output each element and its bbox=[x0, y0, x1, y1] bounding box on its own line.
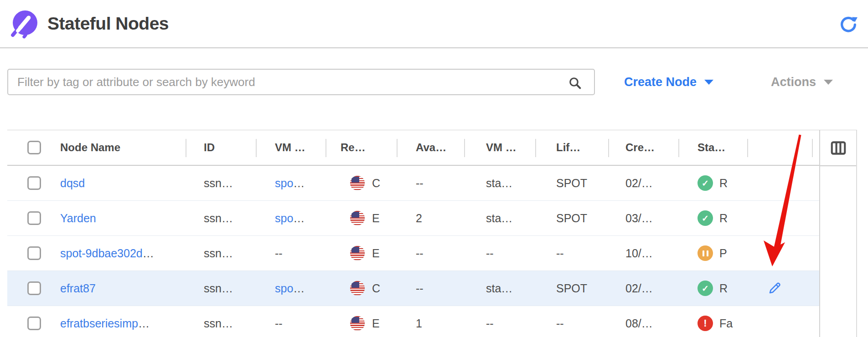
availability-zone: -- bbox=[398, 236, 465, 271]
create-node-button[interactable]: Create Node bbox=[624, 75, 713, 89]
status-icon bbox=[698, 210, 713, 226]
lifecycle: SPOT bbox=[536, 271, 609, 306]
node-name-link[interactable]: efratbseriesimp… bbox=[60, 317, 150, 330]
region-label: C bbox=[372, 282, 380, 295]
search-icon bbox=[568, 76, 582, 90]
node-name-link[interactable]: efrat87 bbox=[60, 282, 96, 295]
row-checkbox[interactable] bbox=[27, 211, 41, 225]
status-label: R bbox=[719, 212, 728, 225]
node-id: ssn… bbox=[186, 201, 257, 235]
edit-pencil-icon[interactable] bbox=[767, 281, 782, 296]
page-header: Stateful Nodes bbox=[0, 0, 868, 48]
vm-link[interactable]: spo… bbox=[275, 282, 305, 295]
column-header-row-actions bbox=[748, 130, 819, 165]
status-label: R bbox=[719, 177, 728, 190]
table-row[interactable]: Yarden ssn… spo… E 2 sta… SPOT 03/… R bbox=[7, 201, 857, 236]
vm-link[interactable]: spo… bbox=[275, 177, 305, 190]
node-name-link[interactable]: Yarden bbox=[60, 212, 96, 225]
vm-status: -- bbox=[465, 236, 536, 271]
node-id: ssn… bbox=[186, 306, 257, 337]
column-header-availability[interactable]: Ava… bbox=[398, 130, 465, 165]
row-checkbox[interactable] bbox=[27, 246, 41, 260]
vm-status: sta… bbox=[465, 201, 536, 235]
stateful-nodes-table: Node Name ID VM … Re… Ava… VM … Lif… Cre… bbox=[7, 130, 857, 337]
column-header-id[interactable]: ID bbox=[186, 130, 257, 165]
created-date: 03/… bbox=[609, 201, 679, 235]
lifecycle: -- bbox=[536, 306, 609, 337]
region-label: E bbox=[372, 212, 380, 225]
column-header-lifecycle[interactable]: Lif… bbox=[536, 130, 609, 165]
lifecycle: SPOT bbox=[536, 166, 609, 200]
vm-link: -- bbox=[275, 317, 283, 330]
us-flag-icon bbox=[350, 246, 365, 260]
table-row[interactable]: efrat87 ssn… spo… C -- sta… SPOT 02/… R bbox=[7, 271, 857, 306]
status-icon bbox=[698, 175, 713, 191]
status-label: R bbox=[719, 282, 728, 295]
table-row[interactable]: spot-9dbae302d… ssn… -- E -- -- -- 10/… … bbox=[7, 236, 857, 271]
columns-icon bbox=[830, 139, 847, 157]
create-node-label: Create Node bbox=[624, 75, 697, 89]
fixed-actions-column bbox=[819, 130, 857, 337]
column-header-node-name[interactable]: Node Name bbox=[50, 130, 186, 165]
column-header-vm[interactable]: VM … bbox=[257, 130, 326, 165]
actions-label: Actions bbox=[771, 75, 816, 89]
row-checkbox[interactable] bbox=[27, 317, 41, 330]
node-id: ssn… bbox=[186, 236, 257, 271]
us-flag-icon bbox=[350, 211, 365, 225]
created-date: 10/… bbox=[609, 236, 679, 271]
status-icon bbox=[698, 316, 713, 331]
region-label: E bbox=[372, 317, 380, 330]
availability-zone: -- bbox=[398, 166, 465, 200]
availability-zone: -- bbox=[398, 271, 465, 306]
lifecycle: SPOT bbox=[536, 201, 609, 235]
vm-status: sta… bbox=[465, 271, 536, 306]
select-all-checkbox[interactable] bbox=[27, 141, 41, 154]
chevron-down-icon bbox=[704, 80, 713, 85]
us-flag-icon bbox=[350, 281, 365, 296]
status-label: Fa bbox=[719, 317, 733, 330]
vm-link: -- bbox=[275, 247, 283, 260]
node-id: ssn… bbox=[186, 166, 257, 200]
table-row[interactable]: efratbseriesimp… ssn… -- E 1 -- -- 08/… … bbox=[7, 306, 857, 337]
node-id: ssn… bbox=[186, 271, 257, 306]
column-picker-button[interactable] bbox=[820, 130, 856, 166]
node-name-link[interactable]: spot-9dbae302d… bbox=[60, 247, 154, 260]
chevron-down-icon bbox=[824, 80, 833, 85]
vm-link[interactable]: spo… bbox=[275, 212, 305, 225]
lifecycle: -- bbox=[536, 236, 609, 271]
created-date: 02/… bbox=[609, 166, 679, 200]
filter-search-box bbox=[7, 69, 595, 95]
vm-status: sta… bbox=[465, 166, 536, 200]
status-icon bbox=[698, 281, 713, 296]
table-row[interactable]: dqsd ssn… spo… C -- sta… SPOT 02/… R bbox=[7, 166, 857, 201]
status-icon bbox=[698, 245, 713, 261]
row-checkbox[interactable] bbox=[27, 176, 41, 190]
row-checkbox[interactable] bbox=[27, 281, 41, 295]
actions-button[interactable]: Actions bbox=[771, 75, 833, 89]
status-label: P bbox=[719, 247, 727, 260]
toolbar: Create Node Actions bbox=[7, 68, 868, 96]
us-flag-icon bbox=[350, 176, 365, 190]
column-header-vm-status[interactable]: VM … bbox=[465, 130, 536, 165]
column-header-created[interactable]: Cre… bbox=[609, 130, 679, 165]
column-header-status[interactable]: Sta… bbox=[679, 130, 748, 165]
region-label: C bbox=[372, 177, 380, 190]
table-header-row: Node Name ID VM … Re… Ava… VM … Lif… Cre… bbox=[7, 130, 857, 166]
search-input[interactable] bbox=[8, 70, 594, 94]
availability-zone: 2 bbox=[398, 201, 465, 235]
us-flag-icon bbox=[350, 316, 365, 331]
availability-zone: 1 bbox=[398, 306, 465, 337]
stateful-nodes-page: Stateful Nodes Create Node Actions bbox=[0, 0, 868, 337]
created-date: 08/… bbox=[609, 306, 679, 337]
spot-logo-icon bbox=[10, 10, 37, 38]
node-name-link[interactable]: dqsd bbox=[60, 177, 85, 190]
page-title: Stateful Nodes bbox=[47, 14, 169, 34]
created-date: 02/… bbox=[609, 271, 679, 306]
region-label: E bbox=[372, 247, 380, 260]
vm-status: -- bbox=[465, 306, 536, 337]
column-header-region[interactable]: Re… bbox=[326, 130, 398, 165]
refresh-icon[interactable] bbox=[839, 15, 858, 34]
